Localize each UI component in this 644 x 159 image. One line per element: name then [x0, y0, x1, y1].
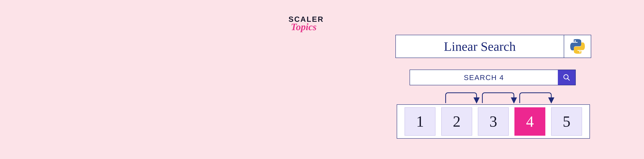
array-cell-2: 3	[478, 107, 509, 136]
scaler-topics-logo: SCALER Topics	[288, 16, 331, 32]
search-button[interactable]	[558, 70, 575, 85]
array-cell-4: 5	[551, 107, 582, 136]
logo-line-2: Topics	[291, 22, 331, 32]
array-container: 1 2 3 4 5	[397, 104, 590, 139]
title-text: Linear Search	[396, 35, 564, 58]
array-cell-3: 4	[514, 107, 545, 136]
search-box: SEARCH 4	[410, 70, 576, 85]
diagram-canvas: SCALER Topics Linear Search SEARCH 4	[0, 0, 644, 159]
svg-line-1	[568, 78, 570, 80]
search-label: SEARCH 4	[410, 70, 558, 85]
search-icon	[563, 74, 570, 81]
traversal-arrows	[408, 90, 578, 106]
python-icon	[564, 35, 591, 58]
array-cell-1: 2	[441, 107, 472, 136]
title-box: Linear Search	[396, 35, 591, 58]
array-cell-0: 1	[404, 107, 436, 136]
